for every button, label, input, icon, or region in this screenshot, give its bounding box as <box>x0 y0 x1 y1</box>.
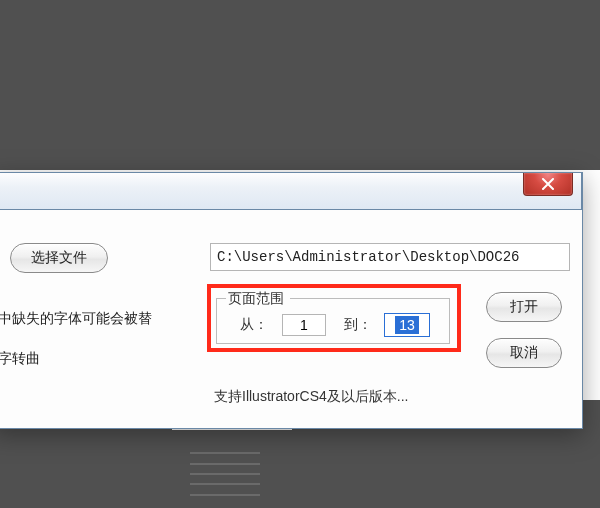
app-background-top <box>0 0 600 170</box>
file-path-field[interactable]: C:\Users\Administrator\Desktop\DOC26 <box>210 243 570 271</box>
outline-text-label: 字转曲 <box>0 350 40 368</box>
font-warning-text: 中缺失的字体可能会被替 <box>0 310 152 328</box>
background-document-lines <box>190 448 260 500</box>
highlight-annotation <box>207 284 461 352</box>
support-version-text: 支持IllustratorCS4及以后版本... <box>214 388 408 406</box>
app-background-bottom <box>0 430 600 508</box>
open-button[interactable]: 打开 <box>486 292 562 322</box>
close-button[interactable] <box>523 173 573 196</box>
close-icon <box>541 178 555 190</box>
dialog-titlebar <box>0 172 582 210</box>
select-file-button[interactable]: 选择文件 <box>10 243 108 273</box>
cancel-button[interactable]: 取消 <box>486 338 562 368</box>
